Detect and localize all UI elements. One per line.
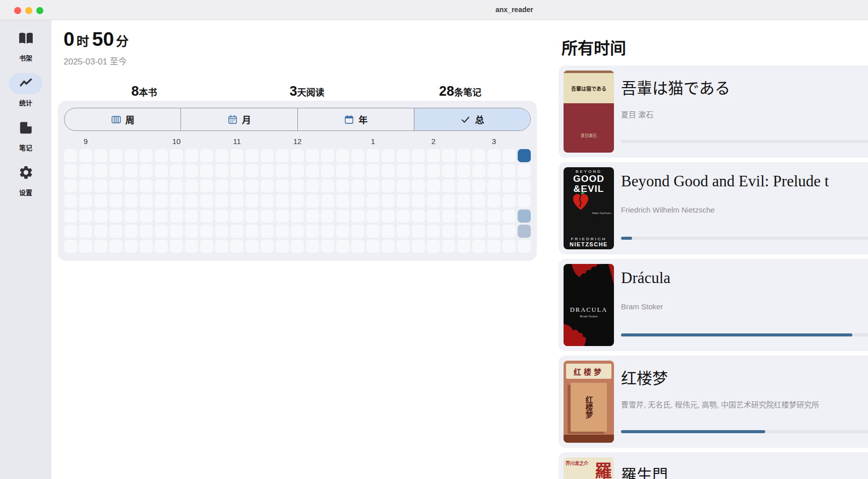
heatmap-cell xyxy=(155,179,168,192)
sidebar-item-notes[interactable]: 笔记 xyxy=(0,118,51,152)
book-progress-bar xyxy=(621,140,868,143)
heatmap-cell xyxy=(487,210,501,223)
heatmap-cell xyxy=(64,164,77,177)
heatmap-cell xyxy=(351,194,364,208)
zoom-window-button[interactable] xyxy=(36,7,43,14)
heatmap-cell xyxy=(321,225,334,238)
titlebar: anx_reader xyxy=(0,0,868,20)
period-tab-week[interactable]: 周 xyxy=(65,108,181,130)
heatmap-cell xyxy=(200,240,213,253)
heatmap-cell xyxy=(230,225,243,238)
summary-label: 本书 xyxy=(139,88,157,98)
heatmap-cell xyxy=(94,240,107,253)
heatmap-cell xyxy=(79,194,92,208)
heatmap-cell xyxy=(261,240,274,253)
book-author: 曹雪芹, 无名氏, 程伟元, 高鹗, 中国艺术研究院红楼梦研究所 xyxy=(621,399,819,409)
period-tab-year[interactable]: 年 xyxy=(298,108,414,130)
book-author: Friedrich Wilhelm Nietzsche xyxy=(621,206,715,214)
heatmap-month-labels: 9101112123 xyxy=(64,137,531,147)
minimize-window-button[interactable] xyxy=(25,7,32,14)
close-window-button[interactable] xyxy=(14,7,21,14)
duration-minutes: 50 xyxy=(92,28,114,50)
heatmap-cell xyxy=(472,149,485,162)
library-panel: 所有时间 吾輩は猫である 夏目漱石 吾輩は猫である夏目 漱石 BEYONDGOO… xyxy=(559,20,868,479)
heatmap-cell xyxy=(215,149,228,162)
heatmap-cell xyxy=(336,225,349,238)
app-window: anx_reader 书架 统计 笔记 设置 0时50分 2025-03-01 … xyxy=(0,0,868,479)
heatmap-month-label: 9 xyxy=(84,137,88,146)
trend-icon xyxy=(18,75,34,93)
book-open-icon xyxy=(18,30,34,48)
heatmap-cell xyxy=(185,240,198,253)
heatmap-cell xyxy=(109,179,122,192)
book-card[interactable]: BEYONDGOOD&EVIL Walter Kaufmann FRIEDRIC… xyxy=(559,162,868,254)
summary-value: 28 xyxy=(439,84,454,99)
summary-label: 天阅读 xyxy=(297,88,325,98)
view-week-icon xyxy=(111,114,121,125)
heatmap-cell xyxy=(457,225,470,238)
heatmap-cell xyxy=(276,240,289,253)
heatmap-cell xyxy=(442,194,455,208)
heatmap-cell xyxy=(336,149,349,162)
heatmap-cell xyxy=(230,164,243,177)
heatmap-cell xyxy=(503,194,516,208)
heatmap-cell xyxy=(366,149,380,162)
book-cover: 芥川龙之介 羅 xyxy=(564,457,614,479)
heatmap-cell xyxy=(351,240,364,253)
heatmap-cell xyxy=(109,210,122,223)
heatmap-cell xyxy=(94,194,107,208)
book-card[interactable]: DRACULABram Stoker DráculaBram Stoker xyxy=(559,259,868,351)
heatmap-cell xyxy=(140,164,153,177)
heatmap-cell xyxy=(291,179,304,192)
heatmap-cell xyxy=(230,240,243,253)
heatmap-month-label: 2 xyxy=(431,137,436,146)
heatmap-cell xyxy=(397,210,410,223)
period-tab-label: 周 xyxy=(126,113,135,126)
summary-value: 3 xyxy=(289,84,297,99)
book-card[interactable]: 吾輩は猫である 夏目漱石 吾輩は猫である夏目 漱石 xyxy=(559,65,868,158)
sidebar-item-settings[interactable]: 设置 xyxy=(0,163,51,197)
heatmap-cell xyxy=(518,179,531,192)
heatmap-cell xyxy=(155,149,168,162)
heatmap-cell xyxy=(64,194,77,208)
heatmap-cell xyxy=(487,240,501,253)
heatmap-cell xyxy=(503,149,516,162)
period-tab-month[interactable]: 月 xyxy=(181,108,297,130)
sidebar-item-label: 统计 xyxy=(19,98,32,107)
heatmap-cell xyxy=(230,210,243,223)
heatmap-cell xyxy=(503,179,516,192)
heatmap-cell xyxy=(170,179,183,192)
heatmap-cell xyxy=(397,194,410,208)
heatmap-cell xyxy=(125,149,138,162)
sidebar-item-shelf[interactable]: 书架 xyxy=(0,28,51,62)
heatmap-cell xyxy=(230,194,243,208)
heatmap-cell xyxy=(276,210,289,223)
heatmap-cell xyxy=(518,194,531,208)
book-card[interactable]: 芥川龙之介 羅 羅生門 xyxy=(559,452,868,479)
period-tab-total[interactable]: 总 xyxy=(414,108,530,130)
heatmap-cell xyxy=(518,164,531,177)
heatmap-cell xyxy=(518,210,531,223)
heatmap-cell xyxy=(321,240,334,253)
heatmap-cell xyxy=(245,194,259,208)
heatmap-cell xyxy=(457,240,470,253)
heatmap-cell xyxy=(200,225,213,238)
heatmap-cell xyxy=(412,240,425,253)
book-card[interactable]: 红楼梦 红楼梦 红楼梦曹雪芹, 无名氏, 程伟元, 高鹗, 中国艺术研究院红楼梦… xyxy=(559,356,868,448)
book-list: 吾輩は猫である 夏目漱石 吾輩は猫である夏目 漱石 BEYONDGOOD&EVI… xyxy=(559,65,868,479)
sidebar-item-stats[interactable]: 统计 xyxy=(0,73,51,107)
heatmap-cell xyxy=(155,210,168,223)
heatmap-cell xyxy=(185,210,198,223)
book-cover: 红楼梦 红楼梦 xyxy=(564,361,614,443)
heatmap-cell xyxy=(306,225,319,238)
book-author: 夏目 漱石 xyxy=(621,109,653,119)
heatmap-cell xyxy=(472,240,485,253)
heatmap-cell xyxy=(442,225,455,238)
book-progress-bar xyxy=(621,430,868,433)
heatmap-cell xyxy=(261,194,274,208)
heatmap-cell xyxy=(140,179,153,192)
heatmap-cell xyxy=(336,240,349,253)
heatmap-cell xyxy=(125,194,138,208)
heatmap-cell xyxy=(94,164,107,177)
heatmap-cell xyxy=(200,210,213,223)
